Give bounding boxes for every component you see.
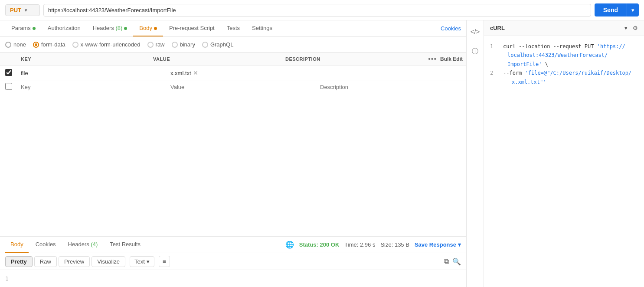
response-tabs: Body Cookies Headers (4) Test Results 🌐 …: [0, 237, 466, 253]
tab-authorization[interactable]: Authorization: [42, 20, 87, 36]
format-type-label: Text: [134, 258, 145, 265]
placeholder-check: [0, 83, 17, 91]
header-actions: ••• Bulk Edit: [414, 55, 466, 63]
size-text: Size: 135 B: [380, 241, 409, 248]
method-label: PUT: [10, 7, 21, 13]
tab-headers[interactable]: Headers (8): [87, 20, 134, 36]
curl-dropdown[interactable]: ▾: [624, 25, 628, 31]
row-value-chip: x.xml.txt ✕: [170, 69, 198, 76]
curl-gear-icon[interactable]: ⚙: [633, 25, 638, 31]
response-area: Body Cookies Headers (4) Test Results 🌐 …: [0, 236, 466, 287]
row-desc-cell: [317, 69, 466, 76]
resp-tab-cookies[interactable]: Cookies: [30, 237, 61, 253]
response-status-bar: 🌐 Status: 200 OK Time: 2.96 s Size: 135 …: [285, 241, 461, 249]
curl-line-num-2: 2: [490, 69, 499, 86]
left-panel: Params Authorization Headers (8) Body Pr…: [0, 20, 466, 287]
table-row: file x.xml.txt ✕: [0, 66, 466, 80]
response-content: 1: [0, 270, 466, 287]
response-format-bar: Pretty Raw Preview Visualize Text ▾ ≡ ⧉ …: [0, 253, 466, 270]
send-dropdown-button[interactable]: ▾: [627, 3, 639, 16]
row-file-value: x.xml.txt: [170, 70, 191, 76]
search-response-button[interactable]: 🔍: [452, 257, 461, 266]
format-preview-button[interactable]: Preview: [59, 256, 90, 267]
globe-icon: 🌐: [285, 241, 294, 249]
radio-binary: [172, 42, 178, 48]
body-options: none form-data x-www-form-urlencoded raw…: [0, 37, 466, 53]
tab-tests[interactable]: Tests: [221, 20, 246, 36]
resp-icon-group: ⧉ 🔍: [444, 257, 461, 266]
key-input[interactable]: [21, 84, 163, 90]
placeholder-val-cell[interactable]: [167, 80, 317, 94]
radio-graphql: [202, 42, 208, 48]
header-description: DESCRIPTION: [282, 56, 414, 62]
option-urlencoded[interactable]: x-www-form-urlencoded: [72, 41, 141, 48]
method-select[interactable]: PUT ▾: [5, 4, 40, 16]
row-key-cell: file: [17, 66, 167, 80]
placeholder-checkbox[interactable]: [5, 83, 12, 90]
radio-urlencoded: [72, 42, 78, 48]
more-options-icon[interactable]: •••: [428, 55, 437, 63]
table-placeholder-row: [0, 80, 466, 94]
curl-line-text-2: --form 'file=@"/C:/Users/ruikaif/Desktop…: [503, 69, 631, 86]
format-type-chevron-icon: ▾: [147, 258, 150, 265]
format-visualize-button[interactable]: Visualize: [92, 256, 125, 267]
curl-dropdown-chevron-icon: ▾: [624, 25, 628, 31]
time-text: Time: 2.96 s: [344, 241, 375, 248]
sidebar-icon-strip: </> ⓘ: [466, 20, 484, 287]
request-tabs: Params Authorization Headers (8) Body Pr…: [0, 20, 466, 37]
curl-line-1: 1 curl --location --request PUT 'https:/…: [490, 42, 638, 69]
save-response-chevron-icon: ▾: [458, 241, 461, 248]
format-type-select[interactable]: Text ▾: [130, 256, 154, 267]
method-chevron-icon: ▾: [25, 8, 27, 13]
value-input[interactable]: [170, 84, 313, 90]
copy-response-button[interactable]: ⧉: [444, 257, 449, 266]
main-layout: Params Authorization Headers (8) Body Pr…: [0, 20, 644, 287]
curl-line-text-1: curl --location --request PUT 'https:// …: [503, 42, 625, 69]
placeholder-key-cell[interactable]: [17, 80, 167, 94]
curl-header: cURL ▾ ⚙: [484, 20, 644, 36]
header-key: KEY: [17, 56, 150, 62]
placeholder-desc-cell[interactable]: [317, 80, 466, 94]
description-input[interactable]: [320, 84, 463, 90]
row-checkbox-cell: [0, 69, 17, 77]
format-pretty-button[interactable]: Pretty: [5, 256, 33, 267]
info-icon[interactable]: ⓘ: [469, 45, 482, 58]
option-none[interactable]: none: [5, 41, 26, 48]
send-button[interactable]: Send: [595, 3, 627, 16]
remove-file-icon[interactable]: ✕: [193, 69, 198, 76]
option-binary[interactable]: binary: [172, 41, 195, 48]
option-form-data[interactable]: form-data: [33, 41, 65, 48]
radio-none: [5, 42, 11, 48]
option-graphql[interactable]: GraphQL: [202, 41, 233, 48]
row-key-value: file: [21, 70, 28, 76]
radio-form-data: [33, 42, 39, 48]
row-checkbox[interactable]: [5, 69, 12, 76]
table-header: KEY VALUE DESCRIPTION ••• Bulk Edit: [0, 53, 466, 66]
format-raw-button[interactable]: Raw: [34, 256, 57, 267]
tab-body[interactable]: Body: [133, 20, 163, 36]
curl-content: 1 curl --location --request PUT 'https:/…: [484, 36, 644, 287]
header-value: VALUE: [150, 56, 282, 62]
code-icon[interactable]: </>: [469, 25, 482, 38]
option-raw[interactable]: raw: [147, 41, 165, 48]
resp-tab-body[interactable]: Body: [5, 237, 29, 253]
row-value-cell: x.xml.txt ✕: [167, 66, 317, 80]
tab-params[interactable]: Params: [5, 20, 42, 36]
radio-raw: [147, 42, 154, 48]
status-text: Status: 200 OK: [299, 241, 339, 248]
wrap-button[interactable]: ≡: [159, 256, 170, 267]
cookies-link[interactable]: Cookies: [441, 21, 461, 36]
curl-line-2: 2 --form 'file=@"/C:/Users/ruikaif/Deskt…: [490, 69, 638, 86]
top-bar: PUT ▾ Send ▾: [0, 0, 644, 20]
line-number-1: 1: [5, 275, 9, 282]
table-area: KEY VALUE DESCRIPTION ••• Bulk Edit file: [0, 53, 466, 236]
save-response-button[interactable]: Save Response ▾: [415, 241, 461, 248]
resp-tab-test-results[interactable]: Test Results: [105, 237, 146, 253]
tab-settings[interactable]: Settings: [246, 20, 278, 36]
url-input[interactable]: [43, 4, 591, 16]
bulk-edit-button[interactable]: Bulk Edit: [440, 56, 463, 62]
curl-line-num-1: 1: [490, 42, 499, 69]
curl-title: cURL: [490, 25, 624, 31]
tab-pre-request-script[interactable]: Pre-request Script: [163, 20, 221, 36]
resp-tab-headers[interactable]: Headers (4): [63, 237, 103, 253]
